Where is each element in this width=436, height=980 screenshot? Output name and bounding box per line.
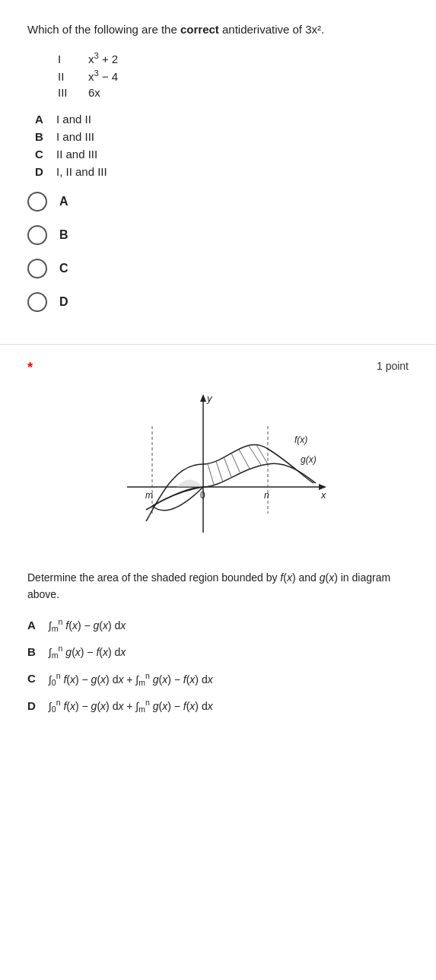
- q1-text-part2: antiderivative of 3x².: [219, 23, 324, 36]
- q1-answer-C-row: C II and III: [35, 148, 409, 161]
- q1-text-part1: Which of the following are the: [27, 23, 180, 36]
- q1-radio-label-B: B: [59, 228, 68, 242]
- q2-answer-B-letter: B: [27, 645, 49, 658]
- q2-answer-B-formula: ∫mn g(x) − f(x) dx: [49, 643, 126, 662]
- svg-text:0: 0: [200, 490, 205, 501]
- q1-radio-A[interactable]: A: [27, 192, 409, 212]
- q1-bold: correct: [180, 23, 219, 36]
- q1-option-III: III 6x: [58, 86, 409, 99]
- q2-graph-container: y x m 0 n f(x) g(x): [27, 388, 409, 555]
- q1-answer-choices: A I and II B I and III C II and III D I,…: [35, 113, 409, 178]
- q1-radio-D[interactable]: D: [27, 292, 409, 312]
- q1-roman-III: III: [58, 86, 82, 99]
- svg-text:y: y: [206, 393, 213, 404]
- q2-question-desc: Determine the area of the shaded region …: [27, 569, 409, 603]
- q2-answer-A-formula: ∫mn f(x) − g(x) dx: [49, 616, 126, 635]
- question-1-text: Which of the following are the correct a…: [27, 21, 409, 39]
- q1-answer-D-text: I, II and III: [56, 165, 107, 178]
- q1-radio-circle-A[interactable]: [27, 192, 47, 212]
- q1-answer-B-letter: B: [35, 130, 56, 143]
- q2-desc-text: Determine the area of the shaded region …: [27, 571, 390, 600]
- q1-answer-B-row: B I and III: [35, 130, 409, 143]
- q2-answer-B-row: B ∫mn g(x) − f(x) dx: [27, 643, 409, 662]
- svg-text:x: x: [320, 489, 326, 501]
- q1-radio-label-D: D: [59, 295, 68, 309]
- svg-line-19: [253, 440, 268, 464]
- q1-expr-III: 6x: [88, 86, 100, 99]
- svg-line-13: [203, 449, 215, 487]
- q2-answer-D-row: D ∫0n f(x) − g(x) dx + ∫mn g(x) − f(x) d…: [27, 697, 409, 716]
- q1-answer-D-letter: D: [35, 165, 56, 178]
- q1-answer-C-text: II and III: [56, 148, 97, 161]
- question-1-block: Which of the following are the correct a…: [0, 0, 436, 345]
- q2-top-bar: * 1 point: [27, 360, 409, 376]
- q2-answer-D-formula: ∫0n f(x) − g(x) dx + ∫mn g(x) − f(x) dx: [49, 697, 213, 716]
- q1-answer-A-letter: A: [35, 113, 56, 126]
- q1-answer-B-text: I and III: [56, 130, 94, 143]
- q2-answer-choices: A ∫mn f(x) − g(x) dx B ∫mn g(x) − f(x) d…: [27, 616, 409, 716]
- q2-answer-C-letter: C: [27, 672, 49, 685]
- q1-answer-D-row: D I, II and III: [35, 165, 409, 178]
- q1-answer-A-text: I and II: [56, 113, 91, 126]
- svg-text:n: n: [264, 490, 269, 501]
- q1-expr-I: x3 + 2: [88, 51, 118, 65]
- svg-marker-2: [200, 394, 206, 402]
- q1-radio-circle-D[interactable]: [27, 292, 47, 312]
- q1-answer-A-row: A I and II: [35, 113, 409, 126]
- q1-option-II: II x3 − 4: [58, 68, 409, 83]
- q1-radio-label-A: A: [59, 195, 68, 208]
- q2-asterisk: *: [27, 360, 33, 376]
- q1-radio-B[interactable]: B: [27, 225, 409, 245]
- q1-expr-II: x3 − 4: [88, 68, 118, 83]
- q2-answer-C-row: C ∫0n f(x) − g(x) dx + ∫mn g(x) − f(x) d…: [27, 670, 409, 689]
- q2-answer-D-letter: D: [27, 699, 49, 712]
- q1-radio-C[interactable]: C: [27, 259, 409, 278]
- q1-answer-C-letter: C: [35, 148, 56, 161]
- q1-roman-I: I: [58, 52, 82, 65]
- q2-answer-A-letter: A: [27, 619, 49, 632]
- q1-option-I: I x3 + 2: [58, 51, 409, 65]
- q2-answer-A-row: A ∫mn f(x) − g(x) dx: [27, 616, 409, 635]
- q1-options-table: I x3 + 2 II x3 − 4 III 6x: [58, 51, 409, 99]
- q2-answer-C-formula: ∫0n f(x) − g(x) dx + ∫mn g(x) − f(x) dx: [49, 670, 213, 689]
- q1-radio-label-C: C: [59, 262, 68, 275]
- svg-text:g(x): g(x): [301, 454, 317, 465]
- q2-graph: y x m 0 n f(x) g(x): [104, 388, 333, 555]
- q1-radio-circle-B[interactable]: [27, 225, 47, 245]
- q1-roman-II: II: [58, 70, 82, 83]
- q1-radio-circle-C[interactable]: [27, 259, 47, 278]
- q2-points: 1 point: [377, 360, 409, 372]
- svg-text:f(x): f(x): [294, 434, 307, 445]
- question-2-block: * 1 point y x m 0 n: [0, 345, 436, 746]
- q1-radio-choices: A B C D: [27, 192, 409, 312]
